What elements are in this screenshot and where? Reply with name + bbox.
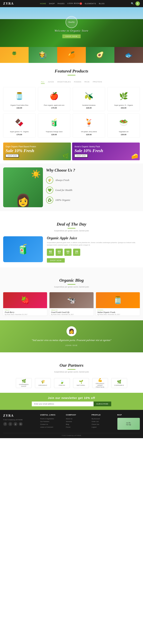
product-card-3[interactable]: 🫒 Sundried tomatoes £26.00 <box>73 87 105 111</box>
footer-link-contact[interactable]: Contact Us <box>40 424 63 425</box>
blog-title: Organic Blog <box>7 278 136 283</box>
deal-underline <box>68 228 75 228</box>
tab-protein[interactable]: Protein <box>93 80 102 84</box>
footer-link-account[interactable]: My Account <box>92 418 114 420</box>
newsletter-form: SUBSCRIBE <box>32 402 111 406</box>
partners-underline <box>68 369 75 370</box>
product-name-2: Plum organic, apple and corn <box>40 104 68 106</box>
nav-elements[interactable]: Elements <box>85 2 96 4</box>
footer-link-orders[interactable]: Order List <box>92 421 114 422</box>
photo-strip-item-3: 🍊 <box>57 47 86 63</box>
testimonial-section: 👩 "Sed aucter eros eu metus dignissim po… <box>0 320 143 352</box>
blog-card-3[interactable]: 🫙 FOODS Italian Organic Foods By Rosie S… <box>96 292 140 316</box>
googleplus-icon[interactable]: g <box>13 422 17 426</box>
footer-social: f t g in <box>3 422 37 426</box>
footer-link-comment[interactable]: Leave a Comment <box>40 426 63 428</box>
tab-foods[interactable]: Foods <box>74 80 81 84</box>
facebook-icon[interactable]: f <box>3 422 7 426</box>
blog-post-title-3: Italian Organic Foods <box>98 311 138 313</box>
nav-pages[interactable]: Pages <box>58 2 65 4</box>
testimonial-author: JOHN DOE <box>12 344 131 346</box>
partner-logo-3: 🍃 FRESH <box>54 378 70 388</box>
partners-subtitle: Suspendisse per gostar auctor, laoreet j… <box>7 371 136 373</box>
sale-right-btn[interactable]: SHOP NOW <box>74 154 88 158</box>
product-card-5[interactable]: 🍫 Super greens +5 - Organic £70.00 <box>3 114 35 138</box>
product-price-1: £32.00 <box>5 107 33 109</box>
footer-profile-col: PROFILE My Account Order List Check Out … <box>92 414 114 430</box>
tab-rice[interactable]: Rice <box>85 80 90 84</box>
good-health-icon: 💚 <box>46 186 53 194</box>
newsletter-subscribe-button[interactable]: SUBSCRIBE <box>94 402 111 406</box>
navbar-icons: 🔍 E <box>131 2 140 6</box>
sale-right-percent: Sale 10% Fresh <box>74 148 138 153</box>
why-section: ☀️ 👩 Why Choose Us ? 🌾 Always Fresh 💚 Go… <box>0 164 143 211</box>
blog-card-1[interactable]: 🍓 FRUIT Fresh Berry By Rosie Shea • Nove… <box>3 292 47 316</box>
product-price-6: £20.00 <box>40 134 68 136</box>
blog-card-2[interactable]: 🐄 HEALTH Good Foods Good Life By Rosie S… <box>49 292 93 316</box>
product-name-4: Super greens +5 - Organic <box>110 104 138 106</box>
product-img-2: 🍎 <box>40 89 68 103</box>
product-price-8: £30.00 <box>110 134 138 136</box>
twitter-icon[interactable]: t <box>8 422 12 426</box>
tab-vegetables[interactable]: Vegetables <box>57 80 71 84</box>
why-content: Why Choose Us ? 🌾 Always Fresh 💚 Good fo… <box>46 168 140 206</box>
nav-lookbook[interactable]: Look Book 2 <box>67 2 82 5</box>
featured-section: Featured Products All Juice Vegetables F… <box>0 63 143 141</box>
greens-icon: 🧑‍🌾 <box>29 47 57 63</box>
search-icon[interactable]: 🔍 <box>131 2 134 5</box>
product-name-7: V8 splash, berry blend <box>75 131 103 133</box>
footer-copyright: © 2017 Created by LAYTHEME <box>62 435 81 436</box>
product-card-7[interactable]: 🍹 V8 splash, berry blend £20.00 <box>73 114 105 138</box>
nav-home[interactable]: Home <box>40 2 46 4</box>
sale-banner-left: Orgin Organic Plant Based Protein Sale 1… <box>3 142 71 160</box>
partner-name-3: FRESH <box>59 384 65 386</box>
footer-link-fresh-veg[interactable]: Fresh & Vegetables <box>40 418 63 420</box>
blog-underline <box>68 284 75 285</box>
countdown-days: 92 Days <box>47 249 54 256</box>
footer-link-blog[interactable]: Blog <box>66 424 88 425</box>
tab-juice[interactable]: Juice <box>48 80 54 84</box>
product-img-1: 🫙 <box>5 89 33 103</box>
blog-subtitle: Suspendisse per gostar auctor, laoreet j… <box>7 286 136 288</box>
footer-company-col: COMPANY About Us Services Blog Forum <box>66 414 88 430</box>
product-name-3: Sundried tomatoes <box>75 104 103 106</box>
product-card-4[interactable]: 🌿 Super greens +5 - Organic £53.00 <box>108 87 140 111</box>
product-card-6[interactable]: 🧃 Tropicana Orange Juice £20.00 <box>38 114 70 138</box>
product-card-1[interactable]: 🫙 Organic Food Indico Rice £32.00 <box>3 87 35 111</box>
footer-link-about[interactable]: About Us <box>66 418 88 420</box>
footer: ZYRA © 2017 Created by LAYTHEME f t g in… <box>0 410 143 438</box>
footer-link-services[interactable]: Services <box>66 421 88 422</box>
photo-strip-item-5: 🐟 <box>114 47 143 63</box>
deal-product-image: 🧃 <box>3 236 43 262</box>
hero-content: Quality Welcome to Organic Store SHOP NO… <box>55 16 89 38</box>
linkedin-icon[interactable]: in <box>19 422 23 426</box>
user-button[interactable]: E <box>136 2 140 6</box>
nav-shop[interactable]: Shop <box>49 2 55 4</box>
deal-product-title: Organic Apple Juice <box>47 236 140 240</box>
sale-right-icon: 🧀 <box>131 153 138 160</box>
deal-shop-now-button[interactable]: Shop Now <box>47 258 65 262</box>
featured-heading: Featured Products <box>0 63 143 79</box>
footer-profile-heading: PROFILE <box>92 414 114 416</box>
cannabis-shop-icon: 🌿 <box>22 379 26 383</box>
newsletter-email-input[interactable] <box>32 402 94 406</box>
tab-all[interactable]: All <box>41 80 45 84</box>
days-num: 92 <box>49 250 52 253</box>
nav-blog[interactable]: Blog <box>99 2 105 4</box>
sale-left-btn[interactable]: SHOP NOW <box>5 154 19 158</box>
hero-cta-button[interactable]: SHOP NOW <box>62 34 81 38</box>
sale-banner-right: Annie's Organic Variety Pack Sale 10% Fr… <box>72 142 140 160</box>
footer-link-checkout[interactable]: Check Out <box>92 424 114 425</box>
featured-underline <box>68 75 75 76</box>
footer-link-logout[interactable]: Logout <box>92 426 114 428</box>
photo-strip-item-4: 🥑 <box>86 47 114 63</box>
deal-subtitle: Suspendisse per gostar auctor, laoreet j… <box>7 230 136 232</box>
footer-link-forum[interactable]: Forum <box>66 426 88 428</box>
product-card-8[interactable]: 🥗 Vegetable set £30.00 <box>108 114 140 138</box>
avocado-icon: 🥑 <box>86 47 114 63</box>
footer-link-partners[interactable]: Our Partners <box>40 421 63 422</box>
product-card-2[interactable]: 🍎 Plum organic, apple and corn £70.00 <box>38 87 70 111</box>
blog-category-1: FRUIT <box>5 309 45 311</box>
product-img-6: 🧃 <box>40 116 68 130</box>
person-icon: 👩 <box>16 193 31 207</box>
